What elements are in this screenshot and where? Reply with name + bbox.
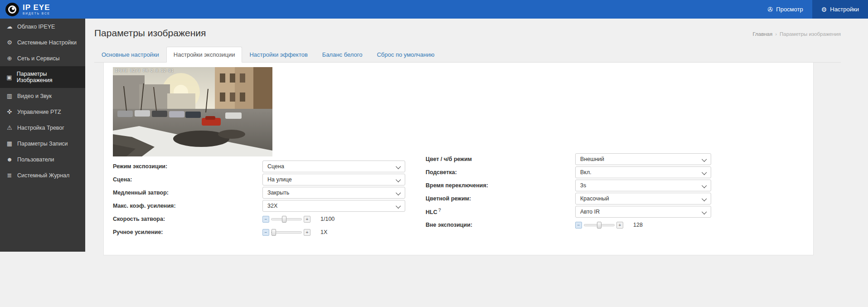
sidebar-item-label: Сеть и Сервисы <box>17 55 60 62</box>
out-of-exposure-slider[interactable]: − + <box>575 222 623 229</box>
breadcrumb-separator: › <box>775 31 777 37</box>
journal-icon: ≣ <box>6 172 13 179</box>
manual-gain-label: Ручное усиление: <box>113 229 262 235</box>
slider-plus-button[interactable]: + <box>304 229 310 236</box>
users-icon: ☻ <box>6 156 13 163</box>
scene-value: На улице <box>267 176 292 183</box>
page-title: Параметры изображения <box>94 28 206 39</box>
slider-minus-button[interactable]: − <box>262 229 269 236</box>
tab-exposure-settings[interactable]: Настройки экспозиции <box>166 47 242 63</box>
sidebar-item-users[interactable]: ☻ Пользователи <box>0 151 85 167</box>
backlight-value: Вкл. <box>580 169 592 175</box>
tab-reset-defaults[interactable]: Сброс по умолчанию <box>369 47 441 63</box>
sidebar-item-label: Пользователи <box>17 156 54 163</box>
breadcrumb-home-link[interactable]: Главная <box>752 31 772 37</box>
ptz-arrows-icon: ✜ <box>6 108 13 115</box>
sidebar-item-record-parameters[interactable]: ▦ Параметры Записи <box>0 136 85 151</box>
slow-shutter-label: Медленный затвор: <box>113 190 262 196</box>
manual-gain-slider[interactable]: − + <box>262 229 310 236</box>
shutter-speed-slider[interactable]: − + <box>262 216 310 223</box>
slider-handle[interactable] <box>597 222 601 229</box>
shutter-speed-value: 1/100 <box>320 216 335 222</box>
exposure-mode-label: Режим экспозиции: <box>113 163 262 170</box>
ipeye-eye-icon <box>5 3 19 16</box>
slow-shutter-value: Закрыть <box>267 190 289 196</box>
slider-track[interactable] <box>271 231 302 234</box>
slider-track[interactable] <box>271 218 302 220</box>
out-of-exposure-label: Вне экспозиции: <box>426 222 575 228</box>
hlc-value: Авто IR <box>580 209 600 215</box>
sidebar-item-label: Настройка Тревог <box>17 125 64 131</box>
exposure-mode-value: Сцена <box>267 163 284 170</box>
sidebar-item-label: Системный Журнал <box>17 172 69 179</box>
slider-plus-button[interactable]: + <box>304 216 310 223</box>
out-of-exposure-value: 128 <box>633 222 643 228</box>
sidebar-item-label: Видео и Звук <box>17 93 52 99</box>
gears-icon: ⚙ <box>821 6 827 13</box>
manual-gain-value: 1X <box>320 229 327 235</box>
color-bw-mode-value: Внешний <box>580 156 604 162</box>
cloud-icon: ☁ <box>6 23 13 30</box>
slow-shutter-select[interactable]: Закрыть <box>262 187 405 199</box>
brand-tagline: ВИДЕТЬ ВСЕ <box>23 12 50 15</box>
exposure-settings-panel: IPEYE B2/3 PR-2.8.12-01 Режим экспозиции… <box>103 63 814 255</box>
switch-time-select[interactable]: 3s <box>575 180 711 191</box>
hlc-select[interactable]: Авто IR <box>575 206 711 218</box>
slider-minus-button[interactable]: − <box>262 216 269 223</box>
scene-select[interactable]: На улице <box>262 174 405 185</box>
max-gain-select[interactable]: 32X <box>262 200 405 212</box>
settings-button-label: Настройки <box>830 6 859 13</box>
sidebar-item-system-settings[interactable]: ⚙ Системные Настройки <box>0 34 85 50</box>
switch-time-label: Время переключения: <box>426 182 575 189</box>
tab-white-balance[interactable]: Баланс белого <box>315 47 370 63</box>
camera-preview-image <box>113 67 272 156</box>
slider-handle[interactable] <box>282 216 286 223</box>
tab-effects-settings[interactable]: Настройки эффектов <box>242 47 315 63</box>
sidebar-item-system-journal[interactable]: ≣ Системный Журнал <box>0 167 85 183</box>
video-icon: ▥ <box>6 93 13 99</box>
max-gain-label: Макс. коэф. усиления: <box>113 203 262 209</box>
brand-title: IP EYE <box>23 4 50 11</box>
globe-icon: ⊕ <box>6 55 13 62</box>
main-content: Параметры изображения Главная›Параметры … <box>85 19 868 307</box>
sidebar-item-cloud[interactable]: ☁ Облако IPEYE <box>0 19 85 34</box>
switch-time-value: 3s <box>580 182 586 189</box>
slider-track[interactable] <box>584 224 615 226</box>
camera-preview: IPEYE B2/3 PR-2.8.12-01 <box>113 67 272 156</box>
tab-bar: Основные настройки Настройки экспозиции … <box>94 47 841 63</box>
gears-icon: ⚙ <box>6 39 13 46</box>
slider-handle[interactable] <box>272 229 276 236</box>
camera-osd-text: IPEYE B2/3 PR-2.8.12-01 <box>115 68 174 73</box>
sidebar-item-alarm-settings[interactable]: ⚠ Настройка Тревог <box>0 120 85 136</box>
sidebar-item-ptz-control[interactable]: ✜ Управление PTZ <box>0 104 85 120</box>
sidebar-item-video-sound[interactable]: ▥ Видео и Звук <box>0 88 85 104</box>
shutter-speed-label: Скорость затвора: <box>113 216 262 222</box>
backlight-select[interactable]: Вкл. <box>575 166 711 178</box>
sidebar-item-label: Управление PTZ <box>17 109 61 115</box>
breadcrumb: Главная›Параметры изображения <box>752 31 841 37</box>
sidebar-item-label: Облако IPEYE <box>17 24 55 30</box>
slider-plus-button[interactable]: + <box>616 222 623 229</box>
view-button[interactable]: ✇ Просмотр <box>759 0 812 19</box>
sidebar: ☁ Облако IPEYE ⚙ Системные Настройки ⊕ С… <box>0 19 85 252</box>
color-mode-value: Красочный <box>580 195 609 202</box>
sidebar-item-label: Системные Настройки <box>17 39 77 46</box>
max-gain-value: 32X <box>267 203 277 209</box>
color-mode-label: Цветной режим: <box>426 195 575 202</box>
sidebar-item-network-services[interactable]: ⊕ Сеть и Сервисы <box>0 50 85 66</box>
sidebar-item-label: Параметры Записи <box>17 141 68 147</box>
color-bw-mode-label: Цвет / ч/б режим <box>426 156 575 162</box>
color-bw-mode-select[interactable]: Внешний <box>575 153 711 165</box>
color-mode-select[interactable]: Красочный <box>575 193 711 205</box>
exposure-mode-select[interactable]: Сцена <box>262 161 405 172</box>
breadcrumb-current: Параметры изображения <box>780 31 841 37</box>
settings-button[interactable]: ⚙ Настройки <box>812 0 868 19</box>
image-icon: ▣ <box>6 74 13 81</box>
slider-minus-button[interactable]: − <box>575 222 582 229</box>
sidebar-item-image-parameters[interactable]: ▣ Параметры Изображения <box>0 66 85 88</box>
record-icon: ▦ <box>6 140 13 147</box>
topbar: IP EYE ВИДЕТЬ ВСЕ ✇ Просмотр ⚙ Настройки <box>0 0 868 19</box>
video-camera-icon: ✇ <box>768 6 773 13</box>
hlc-help-icon[interactable]: ? <box>438 208 441 213</box>
tab-basic-settings[interactable]: Основные настройки <box>94 47 166 63</box>
